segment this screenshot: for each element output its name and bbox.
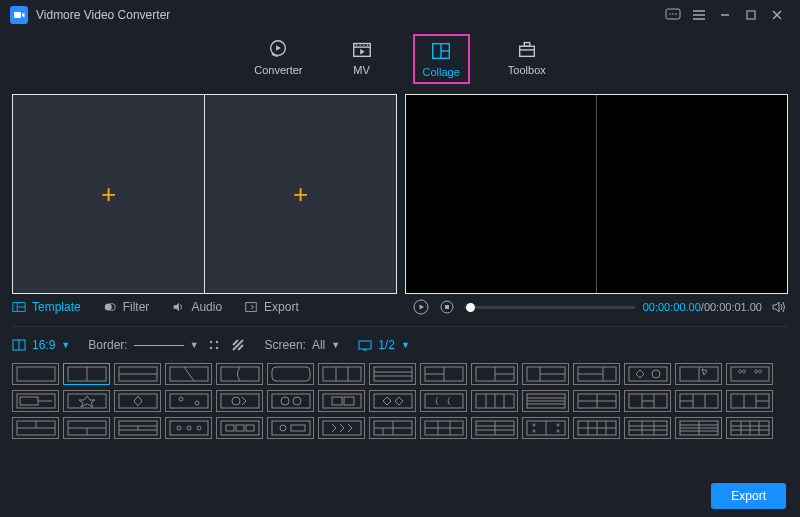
- layout-thumb[interactable]: [318, 417, 365, 439]
- tab-collage[interactable]: Collage: [413, 34, 470, 84]
- pattern-button[interactable]: [229, 337, 247, 353]
- svg-rect-76: [731, 367, 769, 381]
- layout-thumb[interactable]: [471, 390, 518, 412]
- subtab-template[interactable]: Template: [12, 300, 81, 314]
- color-picker-button[interactable]: [205, 337, 223, 353]
- layout-thumb[interactable]: [369, 363, 416, 385]
- minimize-button[interactable]: [712, 4, 738, 26]
- seek-bar[interactable]: [464, 306, 635, 309]
- svg-rect-91: [332, 397, 342, 405]
- svg-line-51: [184, 367, 194, 381]
- svg-point-83: [179, 397, 183, 401]
- aspect-ratio-select[interactable]: 16:9 ▼: [12, 338, 70, 352]
- screen-count-select[interactable]: 1/2 ▼: [358, 338, 410, 352]
- layout-thumb[interactable]: [63, 417, 110, 439]
- svg-point-16: [359, 45, 360, 46]
- chevron-down-icon: ▼: [61, 340, 70, 350]
- svg-rect-163: [629, 421, 667, 435]
- layout-thumb[interactable]: [726, 390, 773, 412]
- svg-rect-45: [17, 367, 55, 381]
- svg-rect-94: [425, 394, 463, 408]
- layout-thumb[interactable]: [522, 363, 569, 385]
- svg-point-88: [281, 397, 289, 405]
- layout-thumb[interactable]: [675, 363, 722, 385]
- border-option: Border: ▼: [88, 337, 246, 353]
- layout-thumb[interactable]: [573, 363, 620, 385]
- border-label: Border:: [88, 338, 127, 352]
- layout-thumb[interactable]: [369, 390, 416, 412]
- subtab-export[interactable]: Export: [244, 300, 299, 314]
- menu-icon[interactable]: [686, 4, 712, 26]
- layout-thumb[interactable]: [165, 417, 212, 439]
- play-button[interactable]: [412, 298, 430, 316]
- svg-rect-138: [291, 425, 305, 431]
- tab-toolbox[interactable]: Toolbox: [500, 34, 554, 84]
- layout-thumb[interactable]: [675, 390, 722, 412]
- layout-thumb[interactable]: [114, 390, 161, 412]
- preview-panel: [405, 94, 788, 294]
- layout-thumb[interactable]: [726, 363, 773, 385]
- tab-mv[interactable]: MV: [341, 34, 383, 84]
- layout-thumb[interactable]: [267, 363, 314, 385]
- subtab-filter[interactable]: Filter: [103, 300, 150, 314]
- layout-thumb[interactable]: [675, 417, 722, 439]
- layout-thumb[interactable]: [369, 417, 416, 439]
- layout-thumb[interactable]: [573, 417, 620, 439]
- layout-thumb[interactable]: [624, 417, 671, 439]
- svg-point-153: [533, 424, 535, 426]
- svg-rect-134: [236, 425, 244, 431]
- layout-thumb[interactable]: [63, 363, 110, 385]
- svg-rect-23: [524, 43, 530, 47]
- subtab-audio[interactable]: Audio: [171, 300, 222, 314]
- layout-thumb[interactable]: [216, 417, 263, 439]
- svg-rect-139: [323, 421, 361, 435]
- layout-thumb[interactable]: [318, 363, 365, 385]
- layout-thumb[interactable]: [522, 390, 569, 412]
- feedback-icon[interactable]: [660, 4, 686, 26]
- layout-thumb[interactable]: [12, 390, 59, 412]
- svg-point-17: [363, 45, 364, 46]
- seek-handle[interactable]: [466, 303, 475, 312]
- layout-thumb[interactable]: [522, 417, 569, 439]
- collage-cell-1[interactable]: +: [13, 95, 205, 293]
- stop-button[interactable]: [438, 298, 456, 316]
- svg-point-155: [533, 430, 535, 432]
- layout-thumb[interactable]: [114, 363, 161, 385]
- screen-option: Screen: All ▼: [265, 338, 341, 352]
- volume-button[interactable]: [770, 298, 788, 316]
- maximize-button[interactable]: [738, 4, 764, 26]
- layout-thumb[interactable]: [471, 363, 518, 385]
- layout-thumb[interactable]: [420, 417, 467, 439]
- layout-thumb[interactable]: [318, 390, 365, 412]
- tab-converter[interactable]: Converter: [246, 34, 310, 84]
- layout-thumb[interactable]: [471, 417, 518, 439]
- layout-thumb[interactable]: [420, 363, 467, 385]
- layout-thumb[interactable]: [573, 390, 620, 412]
- screen-select[interactable]: All ▼: [312, 338, 340, 352]
- layout-thumb[interactable]: [216, 390, 263, 412]
- layout-thumb[interactable]: [63, 390, 110, 412]
- border-style-select[interactable]: ▼: [134, 340, 199, 350]
- layout-thumb[interactable]: [267, 417, 314, 439]
- svg-point-154: [557, 424, 559, 426]
- layout-thumb[interactable]: [12, 417, 59, 439]
- collage-cell-2[interactable]: +: [205, 95, 396, 293]
- layout-thumb[interactable]: [267, 390, 314, 412]
- layout-thumb[interactable]: [165, 363, 212, 385]
- layout-thumb[interactable]: [114, 417, 161, 439]
- tab-label: MV: [353, 64, 370, 76]
- svg-rect-87: [272, 394, 310, 408]
- layout-thumb[interactable]: [624, 363, 671, 385]
- svg-rect-54: [323, 367, 361, 381]
- layout-thumb[interactable]: [726, 417, 773, 439]
- close-button[interactable]: [764, 4, 790, 26]
- svg-rect-9: [747, 11, 755, 19]
- layout-thumb[interactable]: [420, 390, 467, 412]
- workspace: + +: [0, 94, 800, 294]
- layout-thumb[interactable]: [216, 363, 263, 385]
- layout-thumb[interactable]: [624, 390, 671, 412]
- layout-thumb[interactable]: [165, 390, 212, 412]
- main-tabs: Converter MV Collage Toolbox: [0, 30, 800, 94]
- layout-thumb[interactable]: [12, 363, 59, 385]
- export-button[interactable]: Export: [711, 483, 786, 509]
